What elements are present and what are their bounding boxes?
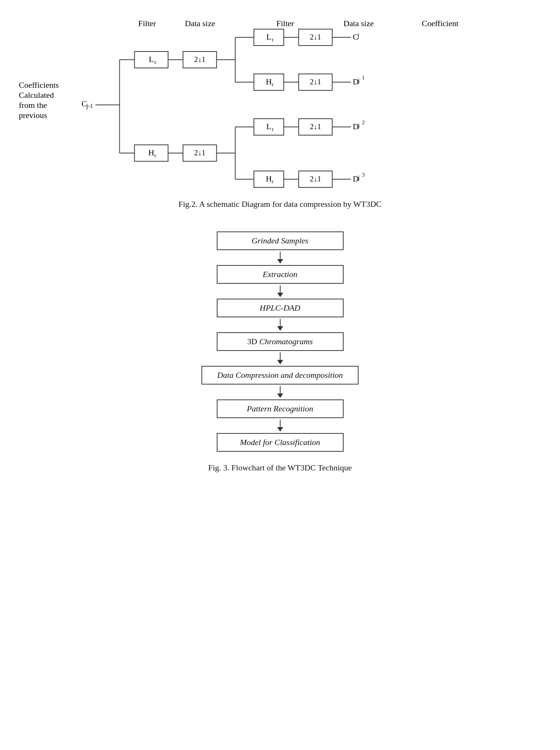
- dj3-sub: j: [358, 174, 360, 181]
- lr1-sub: r: [272, 37, 274, 43]
- cj-sub: j: [357, 32, 359, 39]
- dj1-sub: j: [358, 77, 360, 84]
- previous-label: previous: [19, 111, 47, 120]
- ds2-label: 2↓1: [194, 149, 206, 157]
- hc-label: H: [148, 148, 154, 157]
- lr1-label: L: [266, 32, 271, 41]
- dj2-sup: 2: [362, 120, 365, 125]
- lc-sub: c: [154, 59, 157, 65]
- ds3-label: 2↓1: [310, 33, 321, 41]
- filter-label-1: Filter: [138, 19, 156, 28]
- dj2-sub: j: [358, 122, 360, 129]
- fig2-caption: Fig.2. A schematic Diagram for data comp…: [15, 199, 545, 209]
- flowchart-step-7: Model for Classification: [217, 433, 344, 452]
- fig3-caption: Fig. 3. Flowchart of the WT3DC Technique: [208, 463, 352, 473]
- hc-sub: c: [154, 153, 157, 158]
- coefficient-label-top: Coefficient: [422, 19, 459, 28]
- figure2-diagram: Coefficients Calculated from the previou…: [15, 15, 545, 194]
- input-cj1-sub: j-1: [86, 103, 93, 109]
- hr2-label: H: [266, 174, 272, 183]
- flowchart-step-3: HPLC-DAD: [217, 299, 344, 317]
- arrow-5: [277, 386, 283, 398]
- lc-label: L: [149, 55, 154, 64]
- arrow-6: [277, 420, 283, 432]
- hr1-label: H: [266, 77, 272, 86]
- lr2-label: L: [266, 122, 271, 131]
- datasize-label-2: Data size: [344, 19, 374, 28]
- flowchart-step-2: Extraction: [217, 265, 344, 284]
- datasize-label-1: Data size: [185, 19, 215, 28]
- flowchart-step-1: Grinded Samples: [217, 231, 344, 250]
- arrow-1: [277, 252, 283, 264]
- flowchart-step-6: Pattern Recognition: [217, 399, 344, 418]
- arrow-3: [277, 319, 283, 331]
- arrow-2: [277, 285, 283, 297]
- arrow-4: [277, 352, 283, 364]
- fromthe-label: from the: [19, 100, 47, 110]
- ds6-label: 2↓1: [310, 175, 321, 183]
- figure2-section: Coefficients Calculated from the previou…: [15, 15, 545, 209]
- ds4-label: 2↓1: [310, 78, 321, 86]
- hr1-sub: r: [272, 82, 274, 87]
- lr2-sub: r: [272, 127, 274, 132]
- filter-label-2: Filter: [276, 19, 294, 28]
- coefficients-label: Coefficients: [19, 80, 59, 90]
- dj1-sup: 1: [362, 75, 365, 81]
- figure3-section: Grinded Samples Extraction HPLC-DAD 3D C…: [15, 231, 545, 473]
- flowchart-step-4: 3D Chromatograms: [217, 332, 344, 351]
- hr2-sub: r: [272, 179, 274, 184]
- flowchart-step-5: Data Compression and decomposition: [201, 366, 359, 385]
- ds5-label: 2↓1: [310, 122, 321, 131]
- flowchart: Grinded Samples Extraction HPLC-DAD 3D C…: [201, 231, 359, 452]
- dj3-sup: 3: [362, 172, 365, 178]
- ds1-label: 2↓1: [194, 55, 206, 63]
- calculated-label: Calculated: [19, 90, 54, 100]
